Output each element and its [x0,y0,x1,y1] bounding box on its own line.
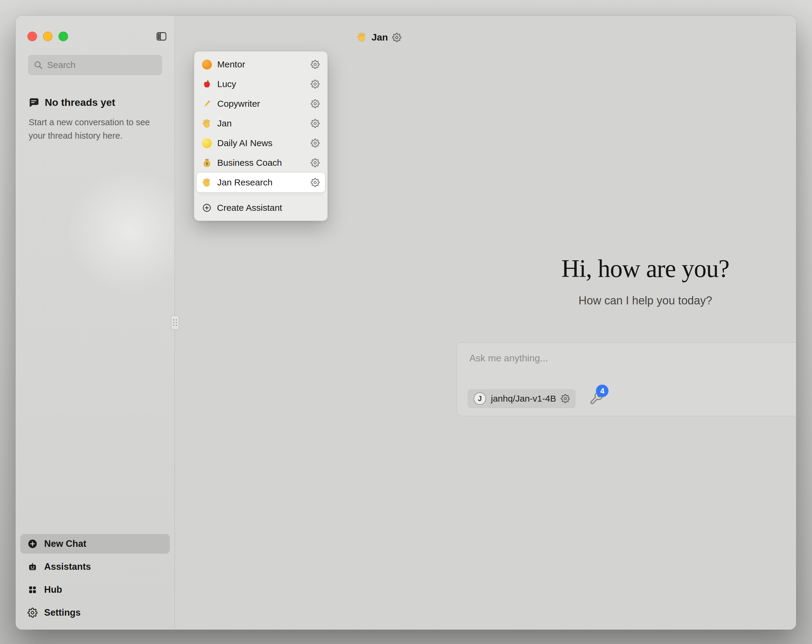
sidebar-toggle-button[interactable] [155,30,168,43]
model-avatar: J [473,392,486,405]
threads-empty-title: No threads yet [28,97,115,108]
greeting-subtitle: How can I help you today? [335,294,796,307]
wave-icon [202,119,212,128]
tools-count-badge: 4 [596,385,609,397]
assistant-gear-button[interactable] [311,60,320,69]
pencil-icon [202,99,212,109]
wave-icon [202,178,212,187]
desktop-background: No threads yet Start a new conversation … [0,0,812,644]
sidebar-toggle-icon [156,30,168,42]
assistant-item-copywriter[interactable]: Copywriter [197,94,325,114]
assistant-item-daily-ai-news[interactable]: Daily AI News [197,133,325,153]
assistant-item-jan[interactable]: Jan [197,114,325,133]
assistant-item-mentor[interactable]: Mentor [197,55,325,74]
nav-item-hub[interactable]: Hub [20,580,170,600]
close-button[interactable] [27,32,37,41]
menu-divider [200,195,322,195]
assistant-gear-button[interactable] [311,158,320,167]
assistant-gear-button[interactable] [311,178,320,187]
threads-empty-description: Start a new conversation to see your thr… [29,116,160,143]
assistant-item-lucy[interactable]: Lucy [197,74,325,94]
gear-icon [311,178,320,187]
assistant-item-business-coach[interactable]: Business Coach [197,153,325,173]
gear-icon [27,607,38,618]
create-assistant-item[interactable]: Create Assistant [197,198,325,218]
nav-item-assistants[interactable]: Assistants [20,557,170,577]
minimize-button[interactable] [43,32,52,41]
gear-icon [311,158,320,167]
gear-icon [311,79,320,88]
gear-icon [311,139,320,148]
assistant-label: Lucy [217,79,236,89]
threads-empty-title-text: No threads yet [45,97,115,108]
assistant-label: Mentor [217,59,245,70]
greeting-title: Hi, how are you? [335,254,796,283]
nav-label-new-chat: New Chat [44,539,86,549]
assistant-gear-button[interactable] [311,99,320,108]
yellow-circle-icon [202,139,212,148]
message-input[interactable] [469,353,796,375]
gear-icon [311,60,320,69]
composer[interactable]: J janhq/Jan-v1-4B 4 [456,342,796,416]
assistant-gear-button[interactable] [311,79,320,88]
model-settings-gear-icon [561,394,570,403]
assistant-menu: Mentor Lucy Copywriter Jan [194,51,328,221]
wave-icon [357,32,367,43]
create-assistant-label: Create Assistant [217,203,282,213]
gear-icon [392,33,401,42]
assistant-item-jan-research[interactable]: Jan Research [197,173,325,192]
nav-label-assistants: Assistants [44,562,91,572]
sidebar: No threads yet Start a new conversation … [15,15,175,630]
apple-icon [202,79,212,89]
assistant-selector[interactable]: Jan [357,30,401,44]
assistant-gear-button[interactable] [311,119,320,128]
greeting: Hi, how are you? How can I help you toda… [335,254,796,307]
hub-grid-icon [27,585,38,595]
nav-label-hub: Hub [44,585,62,595]
assistants-icon [27,562,38,572]
window-controls [27,32,68,41]
app-window: No threads yet Start a new conversation … [15,15,796,630]
assistant-label: Jan Research [217,177,272,187]
nav-item-settings[interactable]: Settings [20,603,170,623]
tools-button[interactable]: 4 [589,391,604,406]
search-icon [34,60,43,70]
chat-bubble-icon [28,97,40,108]
gear-icon [311,99,320,108]
plus-circle-icon [27,539,38,549]
pane-resize-handle[interactable] [171,315,179,330]
model-name: janhq/Jan-v1-4B [491,394,556,404]
sidebar-nav: New Chat Assistants Hub Settings [20,534,170,623]
composer-toolbar: J janhq/Jan-v1-4B 4 [468,389,604,408]
zoom-button[interactable] [58,32,68,41]
assistant-label: Jan [217,118,232,128]
money-bag-icon [202,158,212,168]
search-input[interactable] [47,60,157,70]
orange-circle-icon [202,59,212,70]
search-field[interactable] [28,55,162,75]
assistant-label: Copywriter [217,99,260,109]
current-assistant-name: Jan [371,32,388,43]
assistant-gear-button[interactable] [311,139,320,148]
nav-label-settings: Settings [44,607,81,618]
assistant-settings-button[interactable] [392,33,401,42]
assistant-label: Daily AI News [217,138,272,148]
nav-item-new-chat[interactable]: New Chat [20,534,170,554]
assistant-label: Business Coach [217,158,282,168]
plus-circle-icon [202,203,212,213]
model-selector[interactable]: J janhq/Jan-v1-4B [468,389,575,408]
gear-icon [311,119,320,128]
